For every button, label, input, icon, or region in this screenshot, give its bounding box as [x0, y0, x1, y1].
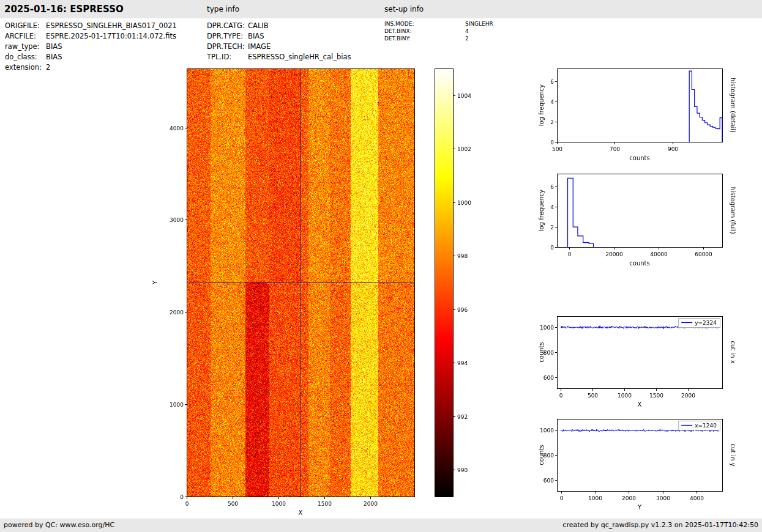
type-info-row: DPR.TYPE: BIAS [207, 31, 351, 42]
setup-info-heading: set-up info [384, 5, 424, 13]
dpr-catg-label: DPR.CATG: [207, 21, 248, 31]
histogram-detail-plot [539, 61, 744, 168]
raw-image-plot [147, 61, 428, 526]
type-info-block: DPR.CATG: CALIB DPR.TYPE: BIAS DPR.TECH:… [207, 21, 351, 62]
dpr-tech-value: IMAGE [248, 42, 271, 52]
type-info-row: DPR.TECH: IMAGE [207, 42, 351, 52]
det-binx-label: DET.BINX: [384, 28, 465, 35]
det-binx-value: 4 [465, 28, 469, 35]
origfile-value: ESPRESSO_SINGLEHR_BIAS017_0021 [46, 21, 177, 31]
qc-report-page: 2025-01-16: ESPRESSO type info set-up in… [0, 0, 762, 532]
footer-bar: powered by QC: www.eso.org/HC created by… [0, 519, 762, 532]
type-info-heading: type info [207, 5, 239, 13]
doclass-value: BIAS [46, 52, 62, 62]
file-info-row: ORIGFILE: ESPRESSO_SINGLEHR_BIAS017_0021 [5, 21, 177, 31]
extension-value: 2 [46, 62, 50, 73]
file-info-row: ARCFILE: ESPRE.2025-01-17T10:01:14.072.f… [5, 31, 177, 42]
footer-powered-by: powered by QC: www.eso.org/HC [4, 521, 114, 529]
det-biny-label: DET.BINY: [384, 35, 465, 42]
dpr-type-label: DPR.TYPE: [207, 31, 248, 42]
setup-info-row: DET.BINX: 4 [384, 28, 493, 35]
ins-mode-label: INS.MODE: [384, 20, 465, 28]
det-biny-value: 2 [465, 35, 469, 42]
dpr-type-value: BIAS [248, 31, 264, 42]
colorbar [428, 61, 480, 526]
histogram-full-plot [539, 166, 744, 273]
rawtype-value: BIAS [46, 42, 62, 52]
header-bar: 2025-01-16: ESPRESSO type info set-up in… [0, 0, 762, 18]
cut-in-x-plot [539, 309, 744, 416]
setup-info-block: INS.MODE: SINGLEHR DET.BINX: 4 DET.BINY:… [384, 20, 493, 42]
cut-in-y-plot [539, 412, 744, 519]
rawtype-label: raw_type: [5, 42, 46, 52]
file-info-row: raw_type: BIAS [5, 42, 177, 52]
page-title: 2025-01-16: ESPRESSO [4, 4, 124, 15]
doclass-label: do_class: [5, 52, 46, 62]
arcfile-label: ARCFILE: [5, 31, 46, 42]
ins-mode-value: SINGLEHR [465, 20, 493, 28]
extension-label: extension: [5, 62, 46, 73]
setup-info-row: DET.BINY: 2 [384, 35, 493, 42]
dpr-catg-value: CALIB [248, 21, 269, 31]
arcfile-value: ESPRE.2025-01-17T10:01:14.072.fits [46, 31, 176, 42]
type-info-row: DPR.CATG: CALIB [207, 21, 351, 31]
dpr-tech-label: DPR.TECH: [207, 42, 248, 52]
setup-info-row: INS.MODE: SINGLEHR [384, 20, 493, 28]
footer-created-by: created by qc_rawdisp.py v1.2.3 on 2025-… [562, 521, 758, 529]
origfile-label: ORIGFILE: [5, 21, 46, 31]
